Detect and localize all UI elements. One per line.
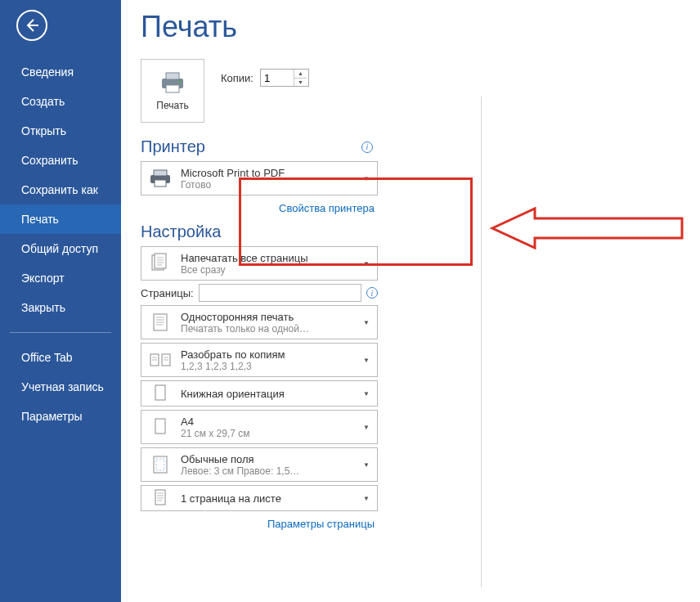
nav-item-save[interactable]: Сохранить [0, 146, 121, 175]
collate-select[interactable]: Разобрать по копиям 1,2,3 1,2,3 1,2,3 ▼ [141, 343, 378, 377]
chevron-down-icon: ▼ [361, 319, 372, 326]
nav-label: Закрыть [21, 301, 65, 314]
chevron-down-icon: ▼ [361, 175, 372, 182]
nav-item-share[interactable]: Общий доступ [0, 234, 121, 263]
nav-label: Сохранить как [21, 183, 98, 196]
nav-label: Открыть [21, 124, 66, 137]
vertical-divider [481, 97, 482, 587]
orientation-select[interactable]: Книжная ориентация ▼ [141, 380, 378, 407]
printer-info-icon[interactable]: i [361, 142, 373, 153]
chevron-down-icon: ▼ [361, 495, 372, 502]
copies-input[interactable] [261, 70, 294, 86]
nav-separator [10, 332, 111, 333]
copies-label: Копии: [221, 72, 254, 84]
paper-icon [152, 416, 168, 438]
svg-rect-6 [155, 180, 166, 186]
margins-icon [151, 454, 169, 475]
all-pages-icon [150, 253, 171, 274]
collate-main: Разобрать по копиям [181, 348, 352, 361]
paper-size-select[interactable]: A4 21 см x 29,7 см ▼ [141, 410, 378, 444]
print-button-label: Печать [156, 100, 188, 111]
nav-item-account[interactable]: Учетная запись [0, 372, 121, 402]
nav-label: Создать [21, 95, 65, 108]
chevron-down-icon: ▼ [361, 461, 372, 469]
back-button[interactable] [16, 10, 47, 41]
pages-label: Страницы: [141, 287, 194, 299]
copies-spinner[interactable]: ▲ ▼ [260, 69, 309, 87]
pages-input[interactable] [199, 284, 361, 302]
nav-label: Сведения [21, 65, 74, 79]
nav-item-new[interactable]: Создать [0, 87, 121, 116]
chevron-down-icon: ▼ [361, 390, 372, 398]
nav-item-office-tab[interactable]: Office Tab [0, 343, 121, 372]
sides-select[interactable]: Односторонняя печать Печатать только на … [141, 305, 378, 339]
printer-device-icon [149, 169, 172, 187]
margins-main: Обычные поля [181, 453, 352, 465]
print-scope-sub: Все сразу [181, 264, 352, 276]
svg-rect-16 [155, 490, 165, 505]
single-side-icon [150, 312, 170, 333]
printer-name: Microsoft Print to PDF [181, 167, 352, 179]
per-sheet-main: 1 страница на листе [181, 492, 352, 505]
nav-item-export[interactable]: Экспорт [0, 263, 121, 293]
copies-up[interactable]: ▲ [294, 70, 307, 79]
nav-item-close[interactable]: Закрыть [0, 293, 121, 322]
nav-label: Экспорт [21, 272, 65, 285]
svg-rect-5 [154, 170, 167, 176]
chevron-down-icon: ▼ [361, 424, 372, 431]
pages-per-sheet-select[interactable]: 1 страница на листе ▼ [141, 485, 378, 511]
annotation-arrow-icon [489, 207, 685, 249]
print-button[interactable]: Печать [141, 59, 204, 123]
svg-rect-12 [155, 385, 165, 400]
nav-item-print[interactable]: Печать [0, 204, 121, 234]
nav-label: Общий доступ [21, 242, 98, 255]
page-setup-link[interactable]: Параметры страницы [141, 514, 378, 530]
print-scope-main: Напечатать все страницы [181, 252, 352, 264]
pages-info-icon[interactable]: i [366, 287, 378, 299]
portrait-icon [152, 384, 168, 403]
collate-icon [149, 351, 172, 369]
settings-section-title: Настройка [141, 222, 221, 241]
print-scope-select[interactable]: Напечатать все страницы Все сразу ▼ [141, 246, 378, 281]
svg-rect-2 [166, 85, 179, 92]
svg-rect-8 [155, 254, 166, 268]
orientation-main: Книжная ориентация [181, 388, 352, 400]
margins-select[interactable]: Обычные поля Левое: 3 см Правое: 1,5… ▼ [141, 447, 378, 482]
nav-label: Office Tab [21, 351, 73, 364]
nav-label: Печать [21, 213, 59, 226]
page-title: Печать [141, 10, 700, 44]
per-sheet-icon [152, 487, 168, 509]
nav-item-save-as[interactable]: Сохранить как [0, 175, 121, 204]
printer-status: Готово [181, 179, 352, 191]
nav-label: Параметры [21, 410, 83, 423]
printer-properties-link[interactable]: Свойства принтера [141, 199, 378, 214]
nav-item-open[interactable]: Открыть [0, 116, 121, 146]
sides-main: Односторонняя печать [181, 311, 352, 323]
collate-sub: 1,2,3 1,2,3 1,2,3 [181, 361, 352, 372]
svg-point-3 [179, 81, 182, 83]
svg-rect-13 [155, 419, 165, 434]
nav-label: Сохранить [21, 154, 79, 167]
margins-sub: Левое: 3 см Правое: 1,5… [181, 465, 352, 477]
arrow-left-icon [24, 17, 40, 34]
printer-icon [159, 70, 186, 95]
printer-select[interactable]: Microsoft Print to PDF Готово ▼ [141, 161, 378, 195]
sides-sub: Печатать только на одной… [181, 323, 352, 335]
svg-rect-1 [166, 73, 179, 79]
chevron-down-icon: ▼ [361, 357, 372, 364]
printer-section-title: Принтер [141, 137, 205, 156]
nav-item-info[interactable]: Сведения [0, 57, 121, 87]
chevron-down-icon: ▼ [361, 260, 372, 267]
paper-main: A4 [181, 416, 352, 428]
paper-sub: 21 см x 29,7 см [181, 428, 352, 439]
nav-item-options[interactable]: Параметры [0, 402, 121, 431]
copies-down[interactable]: ▼ [294, 79, 307, 87]
nav-label: Учетная запись [21, 380, 104, 393]
